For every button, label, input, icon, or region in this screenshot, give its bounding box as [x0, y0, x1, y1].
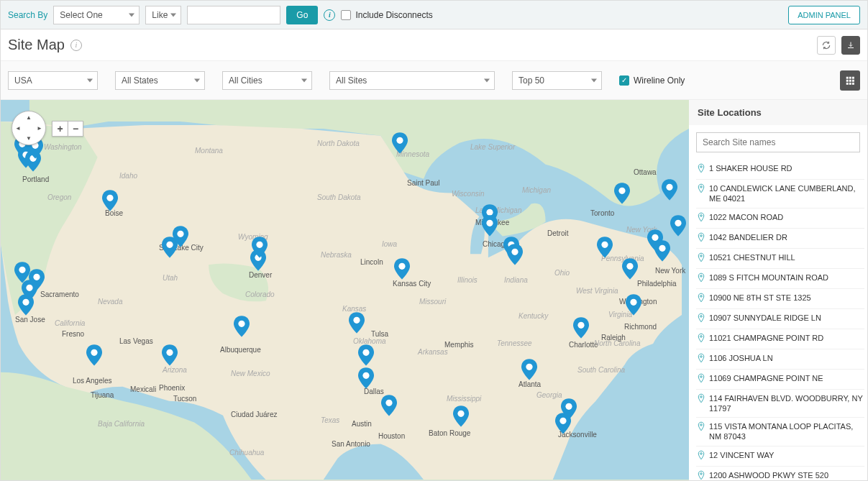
- map-marker[interactable]: [381, 395, 397, 416]
- map-marker[interactable]: [394, 258, 410, 280]
- site-item-label: 10907 SUNNYDALE RIDGE LN: [709, 313, 821, 323]
- map-marker[interactable]: [561, 398, 577, 420]
- title-info-icon[interactable]: i: [70, 40, 82, 51]
- svg-point-17: [19, 267, 25, 273]
- map-marker[interactable]: [626, 294, 641, 316]
- map-marker[interactable]: [252, 237, 268, 258]
- map-marker[interactable]: [521, 359, 537, 380]
- site-list-item[interactable]: 10907 SUNNYDALE RIDGE LN: [696, 309, 864, 329]
- svg-point-41: [601, 242, 608, 248]
- map-marker[interactable]: [392, 132, 408, 154]
- states-select[interactable]: All States: [115, 71, 205, 90]
- filter-bar: USA All States All Cities All Sites Top …: [1, 61, 867, 100]
- map-marker[interactable]: [622, 258, 638, 280]
- pin-icon: [698, 232, 705, 244]
- map-marker[interactable]: [453, 406, 469, 427]
- pin-icon: [698, 421, 705, 434]
- site-list-item[interactable]: 10900 NE 8TH ST STE 1325: [696, 289, 864, 309]
- pin-icon: [698, 333, 705, 345]
- site-item-label: 1106 JOSHUA LN: [709, 353, 773, 363]
- svg-rect-0: [846, 76, 849, 78]
- site-list-item[interactable]: 1089 S FITCH MOUNTAIN ROAD: [696, 269, 864, 289]
- site-item-label: 115 VISTA MONTANA LOOP PLACITAS, NM 8704…: [709, 421, 863, 442]
- grid-view-button[interactable]: [840, 70, 860, 91]
- site-item-label: 10900 NE 8TH ST STE 1325: [709, 293, 811, 303]
- map-marker[interactable]: [173, 226, 188, 247]
- svg-point-23: [238, 321, 245, 327]
- site-list-item[interactable]: 1022 MACON ROAD: [696, 209, 864, 229]
- site-list-item[interactable]: 1 SHAKER HOUSE RD: [696, 160, 864, 180]
- search-value-input[interactable]: [187, 6, 280, 24]
- map-marker[interactable]: [234, 316, 250, 337]
- svg-point-44: [630, 299, 636, 306]
- map-marker[interactable]: [358, 367, 374, 389]
- pin-icon: [698, 272, 705, 285]
- map-area[interactable]: WashingtonPortlandOregonIdahoMontanaBois…: [1, 100, 689, 481]
- svg-point-42: [618, 188, 625, 194]
- site-search-input[interactable]: [696, 132, 860, 152]
- svg-point-28: [362, 372, 369, 379]
- site-list-item[interactable]: 1042 BANDELIER DR: [696, 229, 864, 249]
- pan-up-button[interactable]: ▲: [26, 114, 32, 121]
- svg-point-40: [577, 322, 584, 329]
- pan-right-button[interactable]: ►: [37, 125, 42, 132]
- site-list-item[interactable]: 10521 CHESTNUT HILL: [696, 249, 864, 269]
- map-marker[interactable]: [102, 190, 118, 211]
- pan-down-button[interactable]: ▼: [26, 135, 32, 142]
- pin-icon: [698, 163, 705, 175]
- map-background: [1, 100, 689, 480]
- admin-panel-button[interactable]: ADMIN PANEL: [788, 6, 860, 24]
- pin-icon: [698, 313, 705, 325]
- map-marker[interactable]: [86, 344, 102, 366]
- pin-icon: [698, 212, 705, 224]
- search-info-icon[interactable]: i: [324, 9, 335, 21]
- search-by-label: Search By: [8, 10, 47, 20]
- map-marker[interactable]: [597, 237, 613, 258]
- search-field-select[interactable]: Select One: [53, 6, 140, 24]
- map-marker[interactable]: [349, 312, 365, 334]
- site-list-item[interactable]: 1200 ASHWOOD PKWY STE 520 ATLANTA GA 303…: [696, 467, 864, 481]
- cities-select[interactable]: All Cities: [222, 71, 312, 90]
- site-list-item[interactable]: 12 VINCENT WAY: [696, 446, 864, 467]
- map-controls: ▲ ▼ ◄ ► + −: [12, 111, 83, 145]
- map-marker[interactable]: [573, 317, 589, 339]
- svg-point-19: [26, 285, 32, 291]
- pan-left-button[interactable]: ◄: [15, 125, 21, 132]
- site-item-label: 1 SHAKER HOUSE RD: [709, 163, 792, 173]
- site-list-item[interactable]: 115 VISTA MONTANA LOOP PLACITAS, NM 8704…: [696, 418, 864, 446]
- site-item-label: 1042 BANDELIER DR: [709, 232, 787, 242]
- map-marker[interactable]: [654, 240, 670, 262]
- go-button[interactable]: Go: [286, 6, 318, 24]
- site-item-label: 114 FAIRHAVEN BLVD. WOODBURRY, NY 11797: [709, 393, 863, 414]
- svg-point-48: [675, 220, 681, 226]
- svg-point-31: [398, 263, 405, 270]
- site-list-item[interactable]: 11069 CHAMPAGNE POINT NE: [696, 370, 864, 390]
- map-marker[interactable]: [507, 244, 523, 265]
- map-marker[interactable]: [670, 215, 686, 237]
- top-select[interactable]: Top 50: [512, 71, 602, 90]
- sites-select[interactable]: All Sites: [329, 71, 495, 90]
- site-list-item[interactable]: 11021 CHAMPAGNE POINT RD: [696, 329, 864, 349]
- include-disconnects-checkbox[interactable]: Include Disconnects: [341, 10, 432, 20]
- map-marker[interactable]: [482, 215, 498, 237]
- country-select[interactable]: USA: [8, 71, 98, 90]
- pin-icon: [698, 353, 705, 365]
- site-list[interactable]: 1 SHAKER HOUSE RD10 CANDLEWICK LANE CUMB…: [689, 160, 867, 481]
- site-list-item[interactable]: 114 FAIRHAVEN BLVD. WOODBURRY, NY 11797: [696, 390, 864, 418]
- refresh-button[interactable]: [817, 36, 836, 55]
- site-list-item[interactable]: 1106 JOSHUA LN: [696, 349, 864, 370]
- search-operator-select[interactable]: Like: [145, 6, 181, 24]
- pin-icon: [698, 450, 705, 462]
- site-list-sidebar: Site Locations 1 SHAKER HOUSE RD10 CANDL…: [689, 100, 867, 481]
- site-list-item[interactable]: 10 CANDLEWICK LANE CUMBERLAND, ME 04021: [696, 180, 864, 209]
- download-button[interactable]: [841, 36, 860, 55]
- map-marker[interactable]: [358, 344, 374, 366]
- wireline-only-checkbox[interactable]: Wireline Only: [619, 75, 685, 86]
- map-marker[interactable]: [162, 344, 178, 366]
- map-marker[interactable]: [18, 294, 34, 316]
- svg-rect-3: [846, 79, 849, 81]
- map-marker[interactable]: [662, 179, 677, 201]
- zoom-out-button[interactable]: −: [68, 121, 83, 137]
- zoom-in-button[interactable]: +: [52, 121, 68, 137]
- map-marker[interactable]: [614, 183, 630, 204]
